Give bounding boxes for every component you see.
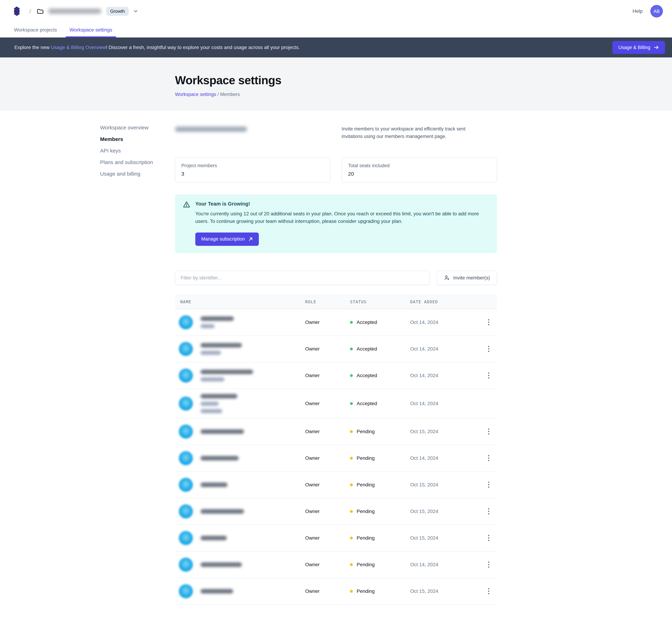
usage-billing-button[interactable]: Usage & Billing — [612, 41, 665, 54]
member-username-redacted — [200, 351, 221, 355]
sidebar-item-api-keys[interactable]: API keys — [100, 147, 168, 154]
member-date-added: Oct 15, 2024 — [410, 429, 480, 435]
stat-value: 3 — [181, 171, 324, 177]
member-status: Pending — [350, 535, 410, 541]
tab-workspace-settings[interactable]: Workspace settings — [70, 22, 112, 38]
member-name-cell — [175, 315, 305, 329]
workspace-name-redacted[interactable] — [48, 8, 101, 14]
row-actions-menu-icon[interactable] — [486, 344, 491, 354]
user-plus-icon — [444, 275, 450, 281]
column-header-date-added: DATE ADDED — [410, 300, 497, 304]
member-status: Pending — [350, 455, 410, 461]
member-name-cell — [175, 369, 305, 382]
warning-icon — [183, 201, 190, 208]
stat-card-total-seats: Total seats included 20 — [342, 157, 497, 183]
member-username-redacted — [200, 409, 222, 413]
member-role: Owner — [305, 320, 350, 325]
row-actions-menu-icon[interactable] — [486, 426, 491, 437]
app-logo-icon[interactable] — [10, 5, 23, 18]
banner-text-suffix: ! Discover a fresh, insightful way to ex… — [106, 45, 300, 50]
member-status: Pending — [350, 429, 410, 435]
member-name-cell — [175, 342, 305, 356]
row-actions-menu-icon[interactable] — [486, 559, 491, 570]
status-label: Pending — [357, 455, 375, 461]
sidebar-item-members[interactable]: Members — [100, 136, 168, 142]
breadcrumb-separator: / — [29, 8, 31, 15]
member-date-added: Oct 15, 2024 — [410, 588, 480, 594]
banner-link[interactable]: Usage & Billing Overview — [51, 45, 106, 50]
alert-body: You're currently using 12 out of 20 addi… — [195, 210, 489, 225]
member-name-cell — [175, 558, 305, 571]
manage-subscription-button[interactable]: Manage subscription — [195, 233, 259, 246]
member-email-redacted — [200, 394, 237, 398]
status-label: Pending — [357, 588, 375, 594]
tab-workspace-projects[interactable]: Workspace projects — [14, 22, 57, 38]
table-row: OwnerPendingOct 15, 2024 — [175, 578, 497, 605]
member-email-redacted — [200, 562, 242, 567]
member-date-added: Oct 14, 2024 — [410, 455, 480, 461]
breadcrumb-separator: / — [218, 92, 220, 97]
row-actions-menu-icon[interactable] — [486, 586, 491, 596]
page-title: Workspace settings — [175, 73, 497, 87]
member-status: Accepted — [350, 320, 410, 325]
member-role: Owner — [305, 373, 350, 378]
invite-members-button[interactable]: Invite member(s) — [437, 271, 497, 285]
member-username-redacted — [200, 324, 215, 328]
sidebar-item-plans-and-subscription[interactable]: Plans and subscription — [100, 159, 168, 165]
breadcrumb-current: Members — [220, 92, 240, 97]
member-role: Owner — [305, 346, 350, 352]
breadcrumb-workspace-settings-link[interactable]: Workspace settings — [175, 92, 216, 97]
member-email-redacted — [200, 317, 234, 321]
sidebar-item-workspace-overview[interactable]: Workspace overview — [100, 124, 168, 131]
stat-card-project-members: Project members 3 — [175, 157, 330, 183]
chevron-down-icon[interactable] — [133, 8, 139, 14]
row-actions-menu-icon[interactable] — [486, 506, 491, 516]
member-avatar — [179, 584, 193, 598]
sidebar-item-usage-and-billing[interactable]: Usage and billing — [100, 171, 168, 177]
member-email-redacted — [200, 483, 227, 487]
user-avatar[interactable]: AB — [650, 5, 663, 18]
member-date-added: Oct 14, 2024 — [410, 401, 480, 406]
member-name-cell — [175, 584, 305, 598]
filter-input[interactable] — [175, 271, 430, 285]
member-date-added: Oct 14, 2024 — [410, 320, 480, 325]
member-role: Owner — [305, 588, 350, 594]
member-avatar — [179, 531, 193, 545]
members-description: Invite members to your workspace and eff… — [342, 125, 486, 140]
status-label: Pending — [357, 429, 375, 435]
member-avatar — [179, 369, 193, 382]
member-date-added: Oct 14, 2024 — [410, 562, 480, 567]
status-dot-pending — [350, 537, 353, 539]
status-dot-accepted — [350, 402, 353, 405]
member-stats: Project members 3 Total seats included 2… — [175, 157, 497, 183]
member-date-added: Oct 15, 2024 — [410, 482, 480, 488]
status-dot-accepted — [350, 348, 353, 350]
member-role: Owner — [305, 482, 350, 488]
status-dot-pending — [350, 430, 353, 433]
stat-label: Total seats included — [348, 163, 491, 168]
status-dot-pending — [350, 457, 353, 460]
table-row: OwnerPendingOct 15, 2024 — [175, 418, 497, 445]
member-email-redacted — [200, 589, 233, 593]
member-avatar — [179, 342, 193, 356]
member-status: Accepted — [350, 346, 410, 352]
help-link[interactable]: Help — [632, 8, 643, 14]
member-role: Owner — [305, 455, 350, 461]
member-status: Accepted — [350, 373, 410, 378]
member-email-redacted — [200, 509, 244, 514]
stat-value: 20 — [348, 171, 491, 177]
row-actions-menu-icon[interactable] — [486, 317, 491, 327]
banner-text: Explore the new Usage & Billing Overview… — [14, 45, 300, 50]
members-section-title-redacted — [175, 126, 247, 132]
member-email-redacted — [200, 536, 227, 540]
status-dot-accepted — [350, 321, 353, 324]
member-email-redacted — [200, 456, 239, 461]
row-actions-menu-icon[interactable] — [486, 370, 491, 381]
row-actions-menu-icon[interactable] — [486, 533, 491, 543]
table-row: OwnerPendingOct 15, 2024 — [175, 498, 497, 525]
member-date-added: Oct 14, 2024 — [410, 346, 480, 352]
column-header-role: ROLE — [305, 300, 350, 304]
row-actions-menu-icon[interactable] — [486, 453, 491, 463]
row-actions-menu-icon[interactable] — [486, 480, 491, 490]
members-toolbar: Invite member(s) — [175, 271, 497, 285]
